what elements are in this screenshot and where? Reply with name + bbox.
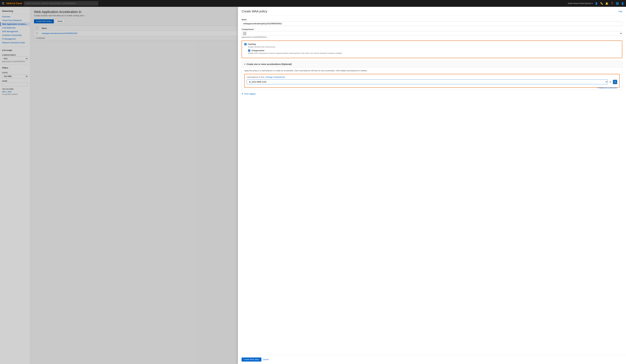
accel-body: Apply this policy to a load balancer to …	[242, 67, 622, 90]
question-icon[interactable]: ❓	[611, 2, 614, 5]
search-input[interactable]	[26, 2, 96, 4]
caching-row: Caching	[244, 43, 620, 45]
panel-footer: Create WAA policy Cancel	[238, 355, 626, 364]
panel-cancel-link[interactable]: Cancel	[263, 359, 269, 361]
user-icon[interactable]: 👤	[621, 2, 624, 5]
panel-header: Create WAA policy Help	[238, 7, 626, 15]
panel-title: Create WAA policy	[242, 10, 267, 13]
panel-body: Name Compartment japacisvprime (root)/KO…	[238, 15, 626, 355]
lb-remove-button[interactable]: ✕	[609, 80, 612, 84]
compartment-select[interactable]	[246, 31, 622, 36]
compression-row: Compression	[248, 49, 620, 52]
show-tagging-row[interactable]: ⚙ Show tagging	[242, 93, 622, 95]
person-icon[interactable]: 👤	[595, 2, 598, 5]
compression-group: Compression Enable GZIP compression of s…	[248, 49, 620, 54]
caching-box: Caching Enable caching at the reverse pr…	[242, 40, 622, 58]
compression-label: Compression	[251, 49, 264, 52]
create-waa-panel: Create WAA policy Help Name Compartment …	[238, 7, 626, 364]
name-form-group: Name	[242, 19, 622, 26]
compartment-hint: japacisvprime (root)/KOREA/Kisu	[242, 36, 622, 38]
accelerations-section: ▾ Create one or more accelerations (Opti…	[242, 61, 622, 90]
panel-create-button[interactable]: Create WAA policy	[242, 358, 261, 362]
chevron-down-icon: ▾	[244, 63, 245, 65]
caching-checkbox[interactable]	[244, 43, 246, 45]
top-navigation: ☰ ORACLE Cloud South Korea Central (Seou…	[0, 0, 626, 7]
accel-section-title: Create one or more accelerations (Option…	[246, 63, 292, 65]
load-balancer-box: Load balancer in Kisu (Change Compartmen…	[244, 74, 620, 88]
help-link[interactable]: Help	[619, 10, 622, 12]
name-field[interactable]	[242, 21, 622, 26]
lb-change-compartment-link[interactable]: (Change Compartment)	[265, 76, 285, 78]
accel-header[interactable]: ▾ Create one or more accelerations (Opti…	[242, 61, 622, 67]
lb-select[interactable]: lb_2022-0906-1332	[247, 80, 608, 84]
edit-icon[interactable]: ✏️	[600, 2, 603, 5]
bell-icon[interactable]: 🔔	[605, 2, 608, 5]
lb-drag-handle[interactable]: ⠿	[613, 80, 617, 84]
compression-checkbox[interactable]	[248, 49, 250, 52]
lb-row: lb_2022-0906-1332 ✕ ⠿	[247, 80, 617, 84]
region-selector[interactable]: South Korea Central (Seoul) ▾	[568, 2, 593, 4]
name-field-label: Name	[242, 19, 622, 21]
oracle-logo: ORACLE Cloud	[6, 2, 22, 5]
drag-dots-icon: ⠿	[614, 81, 616, 83]
globe-icon[interactable]: 🌐	[616, 2, 619, 5]
compartment-icon	[243, 32, 246, 35]
show-tagging-label: Show tagging	[244, 93, 256, 95]
search-bar[interactable]	[24, 1, 98, 5]
compression-desc: Enable GZIP compression of server respon…	[248, 52, 620, 54]
topnav-right: South Korea Central (Seoul) ▾ 👤 ✏️ 🔔 ❓ 🌐…	[568, 2, 624, 5]
hamburger-icon[interactable]: ☰	[2, 2, 4, 5]
lb-label: Load balancer in Kisu	[247, 76, 265, 78]
compartment-select-wrap	[242, 31, 622, 36]
caching-label: Caching	[248, 43, 256, 45]
accel-desc: Apply this policy to a load balancer to …	[244, 70, 620, 72]
caching-desc: Enable caching at the reverse proxy.	[248, 46, 620, 48]
add-acceleration-button[interactable]: + Additional acceleration	[597, 87, 617, 89]
chevron-down-icon: ▾	[592, 2, 593, 4]
tagging-icon: ⚙	[242, 93, 243, 95]
lb-box-header: Load balancer in Kisu (Change Compartmen…	[247, 76, 617, 78]
compartment-field-label: Compartment	[242, 28, 622, 31]
compartment-form-group: Compartment japacisvprime (root)/KOREA/K…	[242, 28, 622, 38]
